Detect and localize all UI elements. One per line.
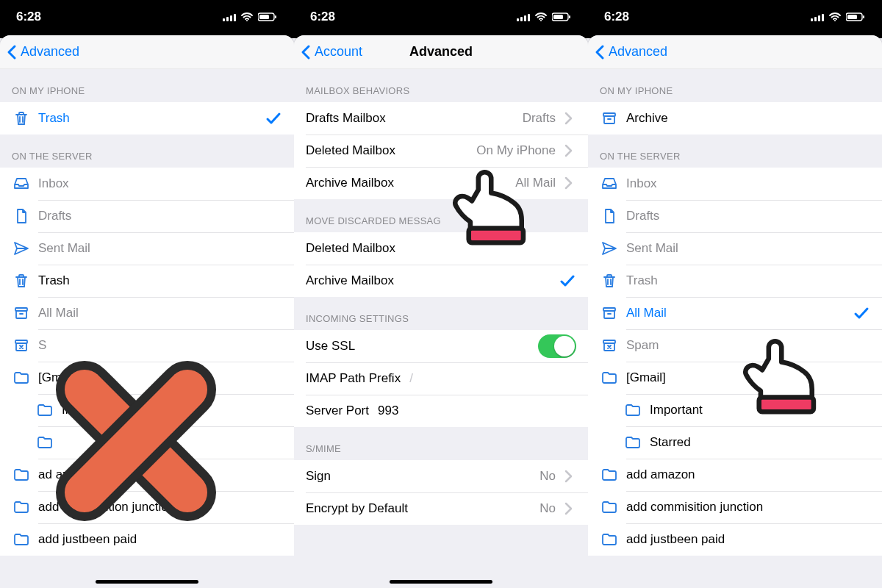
row-encrypt-by-default[interactable]: Encrypt by Default No <box>294 492 588 525</box>
trash-icon <box>12 272 31 290</box>
row-use-ssl[interactable]: Use SSL <box>294 330 588 362</box>
mailbox-important[interactable]: Impor <box>0 394 294 426</box>
mailbox-label: add justbeen paid <box>38 532 282 547</box>
row-value: / <box>409 371 572 386</box>
mailbox-label: Inbox <box>38 176 282 191</box>
status-time: 6:28 <box>604 10 629 24</box>
mailbox-all-mail[interactable]: All Mail <box>588 297 882 329</box>
use-ssl-toggle[interactable] <box>538 334 576 358</box>
mailbox-spam[interactable]: Spam <box>588 329 882 362</box>
mailbox-label: Starred <box>650 435 870 450</box>
section-mailbox-behaviors: MAILBOX BEHAVIORS <box>294 69 588 102</box>
mailbox-trash[interactable]: Trash <box>588 265 882 297</box>
home-indicator[interactable] <box>96 580 198 584</box>
row-label: Sign <box>306 469 539 484</box>
nav-bar: Advanced <box>588 35 882 69</box>
mailbox-add-jbp[interactable]: add justbeen paid <box>588 523 882 556</box>
mailbox-add-jbp[interactable]: add justbeen paid <box>0 523 294 556</box>
folder-icon <box>600 369 619 387</box>
row-deleted-mailbox[interactable]: Deleted Mailbox On My iPhone <box>294 135 588 167</box>
row-imap-prefix[interactable]: IMAP Path Prefix / <box>294 362 588 395</box>
mailbox-gmail[interactable]: [Gma <box>0 362 294 394</box>
row-label: Archive Mailbox <box>306 176 515 190</box>
mailbox-add-cj[interactable]: add commisition junction <box>0 491 294 523</box>
wifi-icon <box>535 12 548 22</box>
section-incoming-settings: INCOMING SETTINGS <box>294 297 588 330</box>
folder-icon <box>12 531 31 548</box>
status-time: 6:28 <box>310 10 335 24</box>
mailbox-drafts[interactable]: Drafts <box>0 200 294 232</box>
archive-icon <box>600 110 619 127</box>
mailbox-label: [Gma <box>38 370 282 385</box>
row-value: 993 <box>378 404 576 418</box>
folder-icon <box>600 531 619 548</box>
mailbox-spam[interactable]: S <box>0 329 294 362</box>
row-move-to-deleted[interactable]: Deleted Mailbox <box>294 232 588 265</box>
mailbox-label: add amazon <box>626 467 870 482</box>
mailbox-add-amazon[interactable]: ad azon <box>0 459 294 491</box>
home-indicator[interactable] <box>390 580 492 584</box>
chevron-right-icon <box>560 467 576 485</box>
mailbox-label: add commisition junction <box>38 500 282 514</box>
document-icon <box>600 207 619 225</box>
wifi-icon <box>829 12 842 22</box>
mailbox-sent[interactable]: Sent Mail <box>0 232 294 265</box>
mailbox-important[interactable]: Important <box>588 394 882 426</box>
back-button[interactable]: Account <box>294 43 362 61</box>
mailbox-inbox[interactable]: Inbox <box>588 168 882 200</box>
mailbox-add-amazon[interactable]: add amazon <box>588 459 882 491</box>
mailbox-sent[interactable]: Sent Mail <box>588 232 882 265</box>
folder-icon <box>600 498 619 516</box>
trash-icon <box>12 110 31 127</box>
mailbox-gmail[interactable]: [Gmail] <box>588 362 882 394</box>
row-drafts-mailbox[interactable]: Drafts Mailbox Drafts <box>294 102 588 135</box>
row-label: IMAP Path Prefix <box>306 371 401 386</box>
phone-screen-1: 6:28 Advanced ON MY IPHONE Trash ON THE … <box>0 0 294 588</box>
mailbox-label: Trash <box>626 273 870 288</box>
back-button[interactable]: Advanced <box>0 43 79 61</box>
folder-icon <box>35 401 54 419</box>
mailbox-starred[interactable] <box>0 426 294 459</box>
checkmark-icon <box>265 110 282 127</box>
mailbox-label: Sent Mail <box>626 241 870 256</box>
mailbox-trash-local[interactable]: Trash <box>0 102 294 135</box>
status-bar: 6:28 <box>294 0 588 38</box>
status-bar: 6:28 <box>0 0 294 38</box>
phone-screen-2: 6:28 Account Advanced MAILBOX BEHAVIORS … <box>294 0 588 588</box>
row-value: All Mail <box>515 176 556 190</box>
trash-icon <box>600 272 619 290</box>
document-icon <box>12 207 31 225</box>
section-on-my-iphone: ON MY IPHONE <box>0 69 294 102</box>
mailbox-add-cj[interactable]: add commisition junction <box>588 491 882 523</box>
row-archive-mailbox[interactable]: Archive Mailbox All Mail <box>294 167 588 199</box>
mailbox-label: Archive <box>626 111 870 126</box>
row-move-to-archive[interactable]: Archive Mailbox <box>294 265 588 297</box>
row-label: Drafts Mailbox <box>306 111 523 126</box>
chevron-left-icon <box>592 43 607 61</box>
row-label: Archive Mailbox <box>306 273 559 288</box>
mailbox-label: Trash <box>38 111 265 126</box>
archive-icon <box>12 304 31 322</box>
chevron-right-icon <box>560 500 576 517</box>
status-indicators <box>517 12 572 22</box>
mailbox-starred[interactable]: Starred <box>588 426 882 459</box>
mailbox-all-mail[interactable]: All Mail <box>0 297 294 329</box>
row-sign[interactable]: Sign No <box>294 460 588 492</box>
mailbox-drafts[interactable]: Drafts <box>588 200 882 232</box>
back-button[interactable]: Advanced <box>588 43 667 61</box>
mailbox-label: Important <box>650 403 870 417</box>
mailbox-archive-local[interactable]: Archive <box>588 102 882 135</box>
row-value: On My iPhone <box>476 143 556 158</box>
mailbox-label: add commisition junction <box>626 500 870 514</box>
folder-icon <box>12 466 31 484</box>
row-server-port[interactable]: Server Port 993 <box>294 395 588 427</box>
row-label: Encrypt by Default <box>306 501 539 516</box>
row-label: Use SSL <box>306 339 538 354</box>
mailbox-trash-server[interactable]: Trash <box>0 265 294 297</box>
mailbox-label: All Mail <box>38 306 282 320</box>
folder-icon <box>35 434 54 451</box>
row-label: Deleted Mailbox <box>306 241 576 256</box>
mailbox-inbox[interactable]: Inbox <box>0 168 294 200</box>
row-value: No <box>539 501 556 516</box>
mailbox-label: ad azon <box>38 467 282 482</box>
